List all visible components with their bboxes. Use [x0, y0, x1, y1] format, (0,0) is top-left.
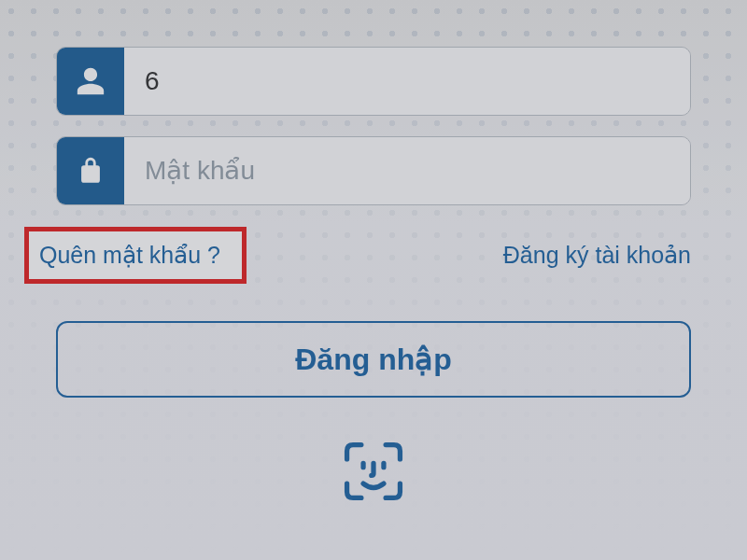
- username-input[interactable]: [124, 48, 690, 115]
- links-row: Quên mật khẩu ? Đăng ký tài khoản: [56, 226, 691, 284]
- password-input[interactable]: [124, 137, 690, 204]
- faceid-row: [56, 437, 691, 506]
- login-screen: Quên mật khẩu ? Đăng ký tài khoản Đăng n…: [0, 0, 747, 560]
- password-row: [56, 136, 691, 205]
- faceid-button[interactable]: [339, 437, 408, 506]
- forgot-password-link[interactable]: Quên mật khẩu ?: [39, 242, 220, 269]
- forgot-password-highlight: Quên mật khẩu ?: [28, 231, 243, 280]
- faceid-icon: [341, 439, 406, 504]
- lock-icon: [57, 137, 124, 204]
- user-icon: [57, 48, 124, 115]
- login-button[interactable]: Đăng nhập: [56, 321, 691, 398]
- register-link[interactable]: Đăng ký tài khoản: [503, 242, 691, 269]
- username-row: [56, 47, 691, 116]
- login-form: Quên mật khẩu ? Đăng ký tài khoản Đăng n…: [0, 0, 747, 506]
- login-button-label: Đăng nhập: [295, 342, 452, 377]
